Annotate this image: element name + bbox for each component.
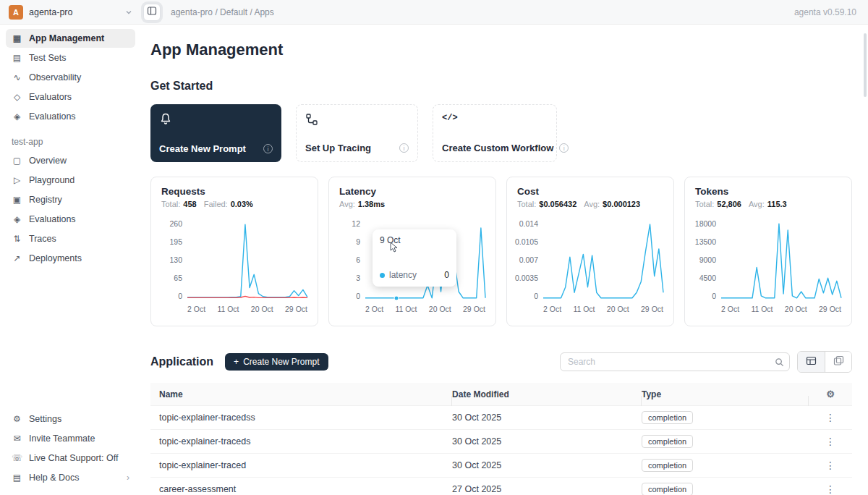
kebab-menu-icon[interactable]: ⋮ — [820, 412, 841, 423]
kebab-menu-icon[interactable]: ⋮ — [820, 436, 841, 447]
sidebar-item-playground[interactable]: ▷ Playground — [6, 171, 135, 190]
registry-icon: ▣ — [12, 195, 22, 205]
breadcrumb[interactable]: agenta-pro / Default / Apps — [171, 7, 274, 17]
x-tick-label: 20 Oct — [785, 305, 807, 313]
application-title: Application — [150, 355, 213, 368]
sidebar-item-label: Overview — [29, 156, 67, 166]
app-name: topic-explainer-traced — [150, 460, 452, 470]
sidebar-item-app-management[interactable]: ▦ App Management — [6, 29, 135, 48]
chart-tooltip: 9 Oct latency 0 — [373, 229, 456, 287]
x-tick-label: 11 Oct — [217, 305, 239, 313]
y-tick-label: 0.007 — [519, 256, 538, 264]
chart-line-success — [187, 224, 307, 297]
x-tick-label: 20 Oct — [607, 305, 629, 313]
tracing-branch-icon — [305, 113, 409, 129]
create-new-prompt-card[interactable]: Create New Prompt i — [150, 104, 281, 162]
topbar: A agenta-pro agenta-pro / Default / Apps… — [0, 0, 868, 25]
latency-stat-card: Latency Avg:1.38ms 036912 2 Oct11 Oct20 … — [328, 177, 496, 326]
stat-summary: Total:$0.056432 Avg:$0.000123 — [517, 200, 663, 208]
workspace-avatar: A — [9, 5, 23, 20]
y-tick-label: 195 — [169, 238, 182, 246]
sidebar-item-help-docs[interactable]: ▤ Help & Docs › — [6, 468, 135, 487]
sidebar-item-live-chat[interactable]: ☏ Live Chat Support: Off — [6, 449, 135, 468]
stat-summary: Total:458 Failed:0.03% — [161, 200, 307, 208]
x-tick-label: 20 Oct — [251, 305, 273, 313]
table-row[interactable]: career-assessment 27 Oct 2025 completion… — [150, 478, 852, 495]
sidebar-item-evaluators[interactable]: ◇ Evaluators — [6, 88, 135, 106]
type-badge: completion — [642, 483, 693, 495]
sidebar-item-traces[interactable]: ⇅ Traces — [6, 229, 135, 248]
app-name: career-assessment — [150, 484, 452, 494]
sidebar-spacer — [6, 268, 135, 410]
sidebar-item-label: Registry — [29, 195, 62, 205]
get-started-cards: Create New Prompt i Set Up Tracing i </>… — [150, 104, 852, 162]
app-name: topic-explainer-traceds — [150, 436, 452, 447]
x-tick-label: 11 Oct — [573, 305, 595, 313]
stat-summary: Total:52,806 Avg:115.3 — [695, 200, 841, 208]
x-axis: 2 Oct11 Oct20 Oct29 Oct — [543, 305, 663, 313]
sidebar-item-app-evaluations[interactable]: ◈ Evaluations — [6, 210, 135, 229]
kebab-menu-icon[interactable]: ⋮ — [820, 483, 841, 495]
sidebar-collapse-button[interactable] — [143, 4, 161, 21]
sidebar-item-observability[interactable]: ∿ Observability — [6, 68, 135, 87]
y-tick-label: 0 — [534, 292, 538, 300]
docs-icon: ▤ — [12, 473, 22, 483]
chart-plot — [187, 220, 307, 300]
column-header-type: Type — [642, 389, 809, 399]
card-view-button[interactable] — [825, 352, 851, 372]
info-icon[interactable]: i — [263, 144, 273, 153]
x-tick-label: 29 Oct — [819, 305, 841, 313]
y-tick-label: 4500 — [699, 274, 716, 282]
view-toggle — [797, 351, 852, 373]
y-tick-label: 0.014 — [519, 220, 538, 228]
app-date: 30 Oct 2025 — [452, 460, 642, 470]
x-axis: 2 Oct11 Oct20 Oct29 Oct — [365, 305, 485, 313]
scrollbar-thumb[interactable] — [864, 33, 867, 97]
gear-icon[interactable]: ⚙ — [826, 389, 835, 399]
sidebar-item-test-sets[interactable]: ▤ Test Sets — [6, 48, 135, 67]
card-label: Create New Prompt — [159, 143, 246, 154]
y-tick-label: 260 — [169, 220, 182, 228]
sidebar-item-deployments[interactable]: ↗ Deployments — [6, 249, 135, 268]
chart-line-tokens — [721, 224, 841, 298]
info-icon[interactable]: i — [399, 143, 409, 153]
search-input[interactable] — [561, 357, 769, 367]
y-tick-label: 3 — [356, 274, 360, 282]
sidebar-app-section-label: test-app — [6, 137, 135, 147]
search-icon[interactable] — [769, 358, 789, 367]
table-view-button[interactable] — [798, 352, 825, 372]
main-content: App Management Get Started Create New Pr… — [141, 25, 868, 495]
x-tick-label: 11 Oct — [751, 305, 773, 313]
stat-title: Latency — [339, 186, 485, 197]
create-new-prompt-button[interactable]: + Create New Prompt — [225, 353, 328, 371]
x-axis: 2 Oct11 Oct20 Oct29 Oct — [721, 305, 841, 313]
table-row[interactable]: topic-explainer-traced 30 Oct 2025 compl… — [150, 454, 852, 478]
sidebar-item-label: Traces — [29, 234, 56, 244]
gear-icon: ⚙ — [12, 414, 22, 424]
y-axis: 065130195260 — [161, 220, 187, 300]
sidebar-item-invite-teammate[interactable]: ✉ Invite Teammate — [6, 429, 135, 448]
sidebar-item-label: Deployments — [29, 253, 82, 263]
create-custom-workflow-card[interactable]: </> Create Custom Workflow i — [433, 104, 557, 162]
chevron-down-icon — [125, 6, 132, 19]
evaluations-icon: ◈ — [12, 214, 22, 224]
sidebar-item-evaluations[interactable]: ◈ Evaluations — [6, 107, 135, 126]
sidebar-item-label: Evaluations — [29, 111, 76, 122]
app-date: 27 Oct 2025 — [452, 484, 642, 494]
type-badge: completion — [642, 411, 693, 424]
sidebar-item-settings[interactable]: ⚙ Settings — [6, 410, 135, 428]
y-tick-label: 65 — [174, 274, 182, 282]
table-row[interactable]: topic-explainer-tracedss 30 Oct 2025 com… — [150, 406, 852, 430]
kebab-menu-icon[interactable]: ⋮ — [820, 460, 841, 471]
info-icon[interactable]: i — [559, 143, 569, 153]
card-view-icon — [833, 355, 844, 368]
table-row[interactable]: topic-explainer-traceds 30 Oct 2025 comp… — [150, 430, 852, 454]
y-tick-label: 0 — [712, 292, 716, 300]
workspace-selector[interactable]: A agenta-pro — [0, 5, 141, 20]
sidebar-item-label: Evaluators — [29, 92, 72, 102]
sidebar-item-registry[interactable]: ▣ Registry — [6, 190, 135, 209]
sidebar-item-overview[interactable]: ▢ Overview — [6, 151, 135, 170]
stats-row: Requests Total:458 Failed:0.03% 06513019… — [150, 177, 852, 326]
set-up-tracing-card[interactable]: Set Up Tracing i — [296, 104, 418, 162]
app-version: agenta v0.59.10 — [794, 7, 868, 17]
